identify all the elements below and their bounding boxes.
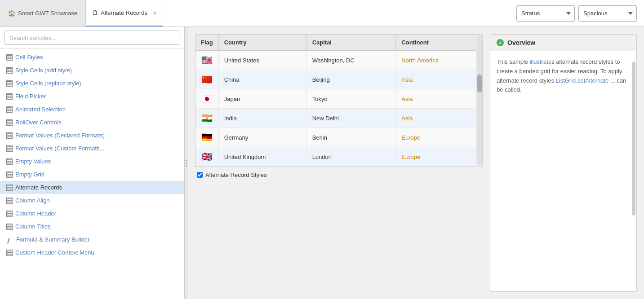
sidebar-item-alternate-records[interactable]: Alternate Records — [0, 181, 184, 194]
vertical-scrollbar[interactable] — [476, 35, 482, 167]
theme-dropdown[interactable]: Stratus Enterprise BlackOps — [516, 5, 575, 22]
overview-text-start: This sample — [497, 58, 530, 65]
grid-icon — [6, 119, 13, 126]
grid-icon — [6, 67, 13, 74]
cell-country: United States — [218, 51, 306, 70]
grid-icon — [6, 54, 13, 61]
sidebar-item-format-values-custom[interactable]: Format Values (Custom Formatti... — [0, 142, 184, 155]
sidebar-item-label: Field Picker — [15, 93, 46, 100]
cell-country: India — [218, 109, 306, 128]
flag-emoji: 🇨🇳 — [201, 75, 213, 84]
sidebar-item-label: Column Header — [15, 210, 56, 217]
table-row[interactable]: 🇬🇧United KingdomLondonEurope — [195, 147, 476, 167]
table-row[interactable]: 🇺🇸United StatesWashington, DCNorth Ameri… — [195, 51, 476, 70]
alternate-records-checkbox-label[interactable]: Alternate Record Styles — [197, 171, 267, 178]
grid-panel: Flag Country Capital Continent 🇺🇸United … — [195, 34, 483, 292]
sidebar-item-label: Alternate Records — [15, 184, 62, 191]
flag-emoji: 🇯🇵 — [201, 94, 213, 104]
sidebar-item-format-values-declared[interactable]: Format Values (Declared Formats) — [0, 129, 184, 142]
sidebar-item-style-cells-add[interactable]: Style Cells (add style) — [0, 64, 184, 77]
tab-close-button[interactable]: × — [153, 9, 156, 17]
sidebar-item-animated-selection[interactable]: Animated Selection — [0, 103, 184, 116]
sidebar-item-custom-header-context-menu[interactable]: Custom Header Context Menu — [0, 246, 184, 259]
grid-icon — [6, 185, 13, 191]
tab-alternate-records[interactable]: 🗒 Alternate Records × — [86, 0, 163, 26]
cell-flag: 🇩🇪 — [195, 128, 218, 147]
scroll-thumb[interactable] — [477, 75, 482, 92]
sidebar-item-label: Column Titles — [15, 223, 51, 230]
grid-icon — [6, 145, 13, 152]
search-box-wrap — [0, 27, 184, 49]
dropdown-group: Stratus Enterprise BlackOps Spacious Com… — [509, 0, 644, 26]
sidebar-item-rollover-controls[interactable]: RollOver Controls — [0, 116, 184, 129]
grid-with-scroll: Flag Country Capital Continent 🇺🇸United … — [195, 34, 483, 167]
sidebar-item-style-cells-replace[interactable]: Style Cells (replace style) — [0, 77, 184, 90]
overview-scrollbar[interactable] — [632, 62, 635, 215]
overview-text-2: s alternate — [551, 58, 580, 65]
sidebar: Cell StylesStyle Cells (add style)Style … — [0, 27, 184, 299]
density-dropdown[interactable]: Spacious Compact Normal — [578, 5, 637, 22]
overview-link-listgrid[interactable]: ListGrid.setAlternate — [556, 77, 609, 84]
resizer-dot — [186, 165, 187, 167]
grid-icon — [6, 198, 13, 204]
table-row[interactable]: 🇩🇪GermanyBerlinEurope — [195, 128, 476, 147]
cell-flag: 🇬🇧 — [195, 147, 218, 167]
cell-capital: Berlin — [306, 128, 396, 147]
sidebar-item-label: Formula & Summary Builder — [16, 236, 89, 243]
sidebar-item-formula-summary-builder[interactable]: ƒFormula & Summary Builder — [0, 233, 184, 246]
search-input[interactable] — [4, 31, 179, 45]
cell-country: China — [218, 70, 306, 89]
cell-flag: 🇨🇳 — [195, 70, 218, 89]
cell-country: Germany — [218, 128, 306, 147]
cell-country: Japan — [218, 89, 306, 109]
table-row[interactable]: 🇨🇳ChinaBeijingAsia — [195, 70, 476, 89]
content-area: Flag Country Capital Continent 🇺🇸United … — [188, 27, 644, 299]
sidebar-item-column-align[interactable]: Column Align — [0, 194, 184, 207]
grid-icon: ƒ — [6, 237, 13, 243]
grid-icon — [6, 158, 13, 165]
grid-icon — [6, 93, 13, 100]
grid-icon — [6, 211, 13, 217]
grid-scroll-area: Flag Country Capital Continent 🇺🇸United … — [195, 35, 476, 167]
cell-flag: 🇮🇳 — [195, 109, 218, 128]
sidebar-item-column-titles[interactable]: Column Titles — [0, 220, 184, 233]
tab-active-label: Alternate Records — [101, 9, 147, 16]
sidebar-item-empty-grid[interactable]: Empty Grid — [0, 168, 184, 181]
home-icon: 🏠 — [8, 10, 15, 17]
cell-flag: 🇯🇵 — [195, 89, 218, 109]
tab-home[interactable]: 🏠 Smart GWT Showcase — [0, 0, 86, 26]
sidebar-item-cell-styles[interactable]: Cell Styles — [0, 51, 184, 64]
resizer-dot — [186, 160, 187, 161]
flag-emoji: 🇮🇳 — [201, 113, 213, 123]
main-layout: Cell StylesStyle Cells (add style)Style … — [0, 27, 644, 299]
cell-capital: Beijing — [306, 70, 396, 89]
grid-icon — [6, 250, 13, 256]
flag-emoji: 🇺🇸 — [201, 55, 213, 65]
overview-text-4: te a banded grid — [508, 68, 550, 75]
table-row[interactable]: 🇯🇵JapanTokyoAsia — [195, 89, 476, 109]
overview-title: Overview — [507, 39, 535, 46]
sidebar-resizer[interactable] — [184, 27, 188, 299]
overview-body: This sample illustrates alternate record… — [490, 51, 636, 101]
cell-continent: Asia — [396, 89, 476, 109]
overview-link-illustrates[interactable]: illustrate — [530, 58, 551, 65]
grid-header-row: Flag Country Capital Continent — [195, 35, 476, 51]
cell-continent: North America — [396, 51, 476, 70]
checkbox-text: Alternate Record Styles — [205, 171, 267, 178]
sidebar-item-label: Style Cells (add style) — [15, 67, 72, 74]
sidebar-item-field-picker[interactable]: Field Picker — [0, 90, 184, 103]
sidebar-list: Cell StylesStyle Cells (add style)Style … — [0, 49, 184, 299]
cell-continent: Europe — [396, 128, 476, 147]
sidebar-item-empty-values[interactable]: Empty Values — [0, 155, 184, 168]
grid-icon — [6, 132, 13, 139]
table-row[interactable]: 🇮🇳IndiaNew DelhiAsia — [195, 109, 476, 128]
sidebar-item-label: Empty Grid — [15, 171, 44, 178]
col-capital[interactable]: Capital — [306, 35, 396, 51]
col-flag[interactable]: Flag — [195, 35, 218, 51]
alternate-records-checkbox[interactable] — [197, 172, 203, 178]
data-grid: Flag Country Capital Continent 🇺🇸United … — [195, 35, 476, 167]
col-continent[interactable]: Continent — [396, 35, 476, 51]
sidebar-item-column-header[interactable]: Column Header — [0, 207, 184, 220]
col-country[interactable]: Country — [218, 35, 306, 51]
cell-capital: London — [306, 147, 396, 167]
